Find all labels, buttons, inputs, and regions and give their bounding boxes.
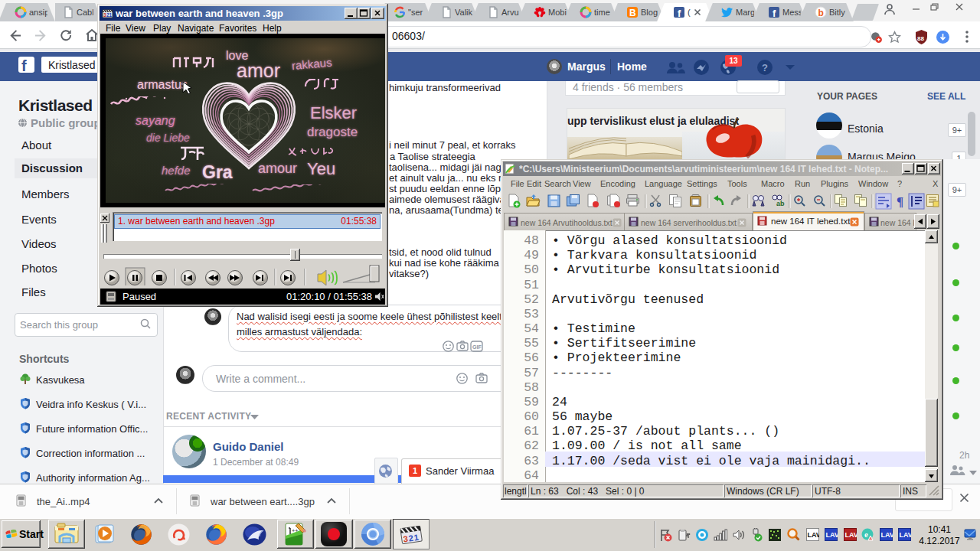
svg-text:LAV: LAV (900, 531, 912, 539)
svg-text:LAV: LAV (845, 531, 858, 539)
svg-text:GIF: GIF (472, 344, 482, 350)
svg-text:e: e (864, 530, 868, 539)
svg-text:¶: ¶ (897, 194, 903, 209)
svg-text:LAV: LAV (808, 531, 820, 539)
svg-text:f: f (773, 8, 776, 19)
svg-text:88: 88 (917, 35, 924, 42)
svg-text:B: B (629, 8, 636, 18)
svg-text:21: 21 (106, 12, 113, 18)
svg-text:f: f (678, 8, 681, 19)
svg-text:b: b (818, 8, 824, 18)
svg-text:?: ? (762, 62, 768, 73)
svg-text:ab: ab (776, 200, 785, 207)
svg-text:LAV: LAV (881, 531, 893, 539)
svg-text:LAV: LAV (826, 531, 838, 539)
svg-text:++: ++ (292, 528, 298, 534)
